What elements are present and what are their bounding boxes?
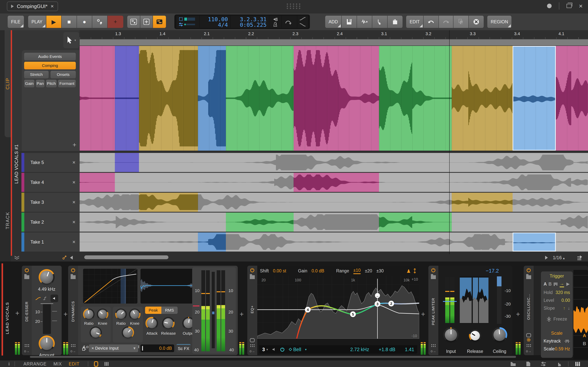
undo-button[interactable] (424, 16, 439, 28)
browser-icon[interactable] (510, 361, 516, 367)
tab-clip[interactable]: CLIP (5, 30, 11, 137)
onsets-button[interactable]: Onsets (51, 71, 76, 78)
take-header[interactable]: Take 2× (24, 213, 80, 232)
loop-icon[interactable] (284, 18, 292, 25)
comp-region-strip[interactable] (80, 39, 588, 45)
preset-folder-icon[interactable] (71, 275, 76, 279)
duplicate-button[interactable] (453, 16, 468, 28)
deesser-range-slider[interactable] (43, 304, 51, 334)
close-window-icon[interactable]: × (579, 3, 583, 9)
automation-write-button[interactable]: w (92, 16, 107, 28)
playhead[interactable] (449, 30, 450, 254)
remote-controls-icon[interactable] (250, 344, 255, 347)
audio-events-button[interactable]: Audio Events (24, 53, 76, 60)
comp-segment[interactable] (556, 46, 588, 151)
tempo-display[interactable]: 110.00 (202, 17, 228, 22)
comp-segment[interactable] (80, 46, 115, 151)
region-menu-button[interactable]: REGION (487, 16, 512, 28)
position-display[interactable]: 3.2.3.31 (233, 17, 267, 22)
band-type-selector[interactable]: Bell (289, 347, 301, 352)
remote-controls-icon[interactable] (71, 344, 76, 347)
take-segment[interactable] (80, 173, 115, 192)
play-button[interactable]: ▶ (46, 16, 61, 28)
limiter-ceiling-knob[interactable] (492, 327, 507, 342)
take-segment[interactable] (115, 153, 139, 172)
redo-button[interactable] (439, 16, 453, 28)
hi-threshold-knob[interactable] (122, 326, 134, 339)
file-menu-button[interactable]: FILE (8, 16, 24, 28)
take-segment[interactable] (198, 233, 226, 251)
expand-display-icon[interactable] (250, 338, 255, 342)
comp-segment[interactable] (452, 46, 513, 151)
dynamics-header[interactable]: DYNAMICS o→ (68, 266, 78, 355)
power-icon[interactable] (71, 267, 76, 273)
overdub-toggle-button[interactable]: + (108, 16, 123, 28)
eq-header[interactable]: EQ+ o→ (247, 266, 257, 355)
sidechain-source-dropdown[interactable]: × Device Input▾ (89, 344, 138, 352)
hi-ratio-knob[interactable] (115, 309, 127, 320)
comp-segment[interactable] (226, 46, 294, 151)
band-power-icon[interactable] (280, 347, 285, 352)
insert-device-button[interactable]: + (64, 310, 68, 318)
delete-button[interactable] (469, 16, 484, 28)
comping-mode-button[interactable] (153, 16, 166, 28)
deesser-header[interactable]: DE-ESSER o→ (22, 266, 32, 355)
hi-knee-knob[interactable] (129, 309, 140, 320)
take-header[interactable]: Take 4× (24, 173, 80, 192)
take-waveform[interactable] (80, 233, 588, 251)
freeze-button[interactable]: Freeze (544, 317, 570, 322)
tab-edit[interactable]: EDIT (69, 361, 79, 367)
sidechain-gain-field[interactable]: 0.0 dB (140, 344, 174, 352)
band-listen-icon[interactable] (272, 347, 276, 351)
insert-device-button[interactable]: + (421, 310, 425, 318)
trigger-free-icon[interactable]: → (560, 281, 564, 287)
delete-take-icon[interactable]: × (72, 239, 75, 245)
delete-take-icon[interactable]: × (72, 199, 75, 205)
routing-icon[interactable]: o→ (24, 349, 29, 353)
record-indicator-icon[interactable] (547, 4, 552, 8)
preset-folder-icon[interactable] (526, 275, 531, 279)
horizontal-scrollbar[interactable] (84, 255, 168, 259)
power-icon[interactable] (24, 267, 29, 273)
delete-take-icon[interactable]: × (72, 219, 75, 225)
level-value[interactable]: 0.00 (562, 298, 570, 303)
add-lane-button[interactable]: + (73, 141, 76, 149)
clip-automation-write-button[interactable] (127, 16, 140, 28)
timeline-ruler[interactable]: 1.31.42.12.22.32.43.13.23.33.44.1 (80, 30, 588, 39)
project-tab[interactable]: CompingGUI* × (7, 1, 58, 11)
eq-shift-value[interactable]: 0.00 st (273, 268, 286, 274)
band-gain-value[interactable]: +1.8 dB (379, 347, 395, 352)
play-menu-button[interactable]: PLAY (28, 16, 46, 28)
sidechain-fx-button[interactable]: Sc FX (176, 344, 191, 352)
clip-view-icon[interactable] (93, 361, 99, 367)
split-band-icon[interactable]: 4 (43, 296, 49, 300)
expand-display-icon[interactable] (526, 333, 531, 337)
pan-button[interactable]: Pan (36, 80, 45, 87)
formant-button[interactable]: Formant (58, 80, 76, 87)
take-waveform[interactable] (80, 193, 588, 212)
eq-range-20[interactable]: ±20 (365, 268, 372, 274)
eq-range-10[interactable]: ±10 (353, 268, 361, 274)
cursor-tool-button[interactable]: ▾ (63, 32, 79, 48)
power-icon[interactable] (431, 267, 436, 273)
add-audio-track-button[interactable] (357, 16, 372, 28)
layers-icon[interactable] (14, 255, 20, 260)
routing-icon[interactable]: o→ (70, 349, 76, 353)
keytrack-icon[interactable] (564, 339, 570, 343)
deesser-freq-value[interactable]: 4.49 kHz (32, 287, 62, 292)
rms-mode-button[interactable]: RMS (161, 307, 178, 314)
release-knob[interactable] (162, 317, 174, 330)
tab-arrange[interactable]: ARRANGE (23, 361, 46, 367)
scale-value[interactable]: 0.59 Hz (555, 346, 570, 351)
take-waveform[interactable] (80, 153, 588, 172)
insert-arrow-button[interactable] (372, 16, 387, 28)
take-header[interactable]: Take 1× (24, 233, 80, 251)
stop-button[interactable]: ■ (62, 16, 77, 28)
slope-down-icon[interactable]: ↓ (568, 306, 570, 311)
comp-lane[interactable] (80, 46, 588, 151)
stretch-button[interactable]: Stretch (24, 71, 49, 78)
take-segment[interactable] (513, 233, 556, 251)
routing-icon[interactable]: o→ (526, 349, 531, 353)
remote-controls-icon[interactable] (526, 344, 531, 347)
grid-resolution[interactable]: 1/16 ▴ (553, 255, 565, 260)
